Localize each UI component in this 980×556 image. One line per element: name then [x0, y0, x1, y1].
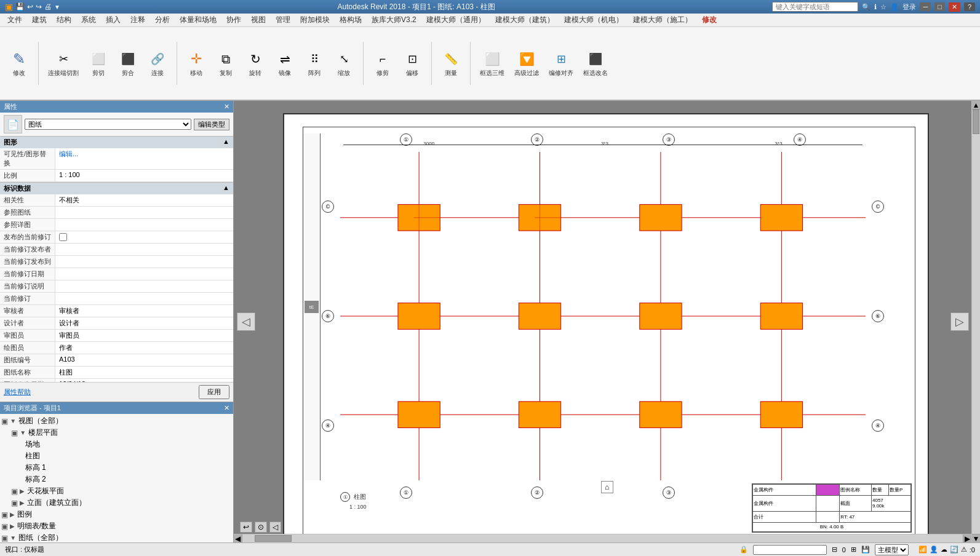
quick-print[interactable]: 🖨: [44, 2, 52, 11]
menu-annotate[interactable]: 注释: [125, 14, 150, 26]
login-label[interactable]: 登录: [902, 2, 916, 12]
advanced-filter-button[interactable]: 🔽 高级过滤: [510, 47, 543, 79]
frame-change-name-button[interactable]: ⬛ 框选改名: [579, 47, 612, 79]
nav-right-arrow[interactable]: ▷: [950, 312, 969, 331]
graphics-section-header[interactable]: 图形 ▲: [0, 136, 233, 148]
status-search-box[interactable]: [753, 545, 827, 555]
props-apply-button[interactable]: 应用: [199, 385, 229, 399]
tree-item-column-plan[interactable]: 柱图: [21, 450, 232, 462]
frame-3d-button[interactable]: ⬜ 框选三维: [476, 47, 509, 79]
tree-item-level2[interactable]: 标高 2: [21, 474, 232, 485]
prop-val-published-revision[interactable]: [55, 231, 233, 243]
identity-section-header[interactable]: 标识数据 ▲: [0, 182, 233, 194]
tree-item-ceiling[interactable]: ▣ ▶ 天花板平面: [11, 485, 232, 497]
prop-name-current-rev-publisher: 当前修订发布者: [0, 244, 55, 255]
quick-undo[interactable]: ↩: [27, 2, 33, 11]
home-icon[interactable]: ⌂: [601, 481, 613, 493]
menu-architecture[interactable]: 建筑: [27, 14, 52, 26]
status-model-dropdown[interactable]: 主模型: [875, 544, 909, 555]
tree-item-legend[interactable]: ▣ ▶ 图例: [1, 509, 232, 520]
view-ctrl-icon1[interactable]: ↩: [240, 522, 252, 533]
trim-button[interactable]: ⌐ 修剪: [368, 47, 397, 79]
menu-modeler-common[interactable]: 建模大师（通用）: [421, 14, 490, 26]
type-dropdown[interactable]: 图纸: [25, 119, 191, 130]
status-grid-icon[interactable]: ⊞: [851, 546, 856, 554]
properties-close-button[interactable]: ✕: [224, 103, 229, 111]
menu-addins[interactable]: 附加模块: [295, 14, 335, 26]
cut-button[interactable]: ⬜ 剪切: [84, 47, 113, 79]
search-icon[interactable]: 🔍: [862, 3, 870, 11]
close-button[interactable]: ✕: [949, 2, 960, 12]
mirror-button[interactable]: ⇌ 镜像: [271, 47, 299, 79]
menu-manage[interactable]: 管理: [271, 14, 295, 26]
nav-left-arrow[interactable]: ◁: [237, 312, 255, 331]
status-sync-icon[interactable]: 🔄: [950, 546, 958, 554]
prop-row-scale: 比例 1 : 100: [0, 170, 233, 182]
menu-modify[interactable]: 修改: [697, 14, 722, 26]
svg-rect-17: [640, 402, 682, 428]
tree-item-level1[interactable]: 标高 1: [21, 462, 232, 474]
right-scrollbar[interactable]: ▲ ▼: [971, 101, 980, 542]
status-warning-icon[interactable]: ⚠: [961, 546, 967, 554]
view-ctrl-icon2[interactable]: ⊙: [255, 522, 267, 533]
menu-systems[interactable]: 系统: [76, 14, 101, 26]
menu-structure[interactable]: 结构: [52, 14, 76, 26]
view-ctrl-icon3[interactable]: ◁: [269, 522, 281, 533]
menu-massing[interactable]: 体量和场地: [175, 14, 221, 26]
tree-item-sheets[interactable]: ▣ ▼ 图纸（全部）: [1, 532, 232, 542]
menu-lattice[interactable]: 格构场: [335, 14, 367, 26]
join-icon: ⬛: [118, 49, 138, 69]
scrollbar-h-thumb[interactable]: [255, 535, 292, 542]
array-button[interactable]: ⠿ 阵列: [300, 47, 329, 79]
status-filter-icon[interactable]: ⊟: [832, 546, 837, 554]
trim-icon: ⌐: [373, 49, 392, 69]
menu-insert[interactable]: 插入: [101, 14, 125, 26]
tree-item-site[interactable]: 场地: [21, 439, 232, 450]
join-button[interactable]: ⬛ 剪合: [114, 47, 142, 79]
scrollbar-thumb[interactable]: [973, 109, 979, 134]
connect-cut-button[interactable]: ✂ 连接端切割: [44, 47, 83, 79]
tree-item-schedule[interactable]: ▣ ▶ 明细表/数量: [1, 520, 232, 532]
tree-item-elevation[interactable]: ▣ ▶ 立面（建筑立面）: [11, 497, 232, 509]
tree-item-floor-plans-item[interactable]: ▣ ▼ 楼层平面: [11, 427, 232, 439]
prop-val-visibility[interactable]: 编辑...: [55, 148, 233, 169]
bottom-scrollbar[interactable]: ◀ ▶: [234, 534, 971, 542]
scrollbar-right-arrow[interactable]: ▶: [963, 534, 971, 542]
edit-type-button[interactable]: 编辑类型: [194, 119, 229, 130]
quick-save[interactable]: 💾: [15, 2, 25, 11]
scale-button[interactable]: ⤡ 缩放: [330, 47, 358, 79]
menu-collaborate[interactable]: 协作: [221, 14, 246, 26]
canvas-area[interactable]: ◁ ① ② ③ ④ 30003*33*3: [234, 101, 980, 542]
measure-button[interactable]: 📏 测量: [437, 47, 465, 79]
maximize-button[interactable]: □: [934, 2, 945, 11]
help-icon[interactable]: ?: [964, 2, 975, 11]
more-quick-tools[interactable]: ▼: [54, 4, 60, 10]
scrollbar-up-arrow[interactable]: ▲: [972, 101, 980, 109]
offset-button[interactable]: ⊡ 偏移: [398, 47, 426, 79]
status-save-icon[interactable]: 💾: [861, 546, 870, 554]
move-button[interactable]: ✛ 移动: [182, 47, 210, 79]
menu-view[interactable]: 视图: [246, 14, 271, 26]
copy-button[interactable]: ⧉ 复制: [212, 47, 240, 79]
modify-button[interactable]: ✎ 修改: [5, 47, 33, 79]
edit-align-button[interactable]: ⊞ 编修对齐: [544, 47, 578, 79]
search-input[interactable]: [772, 2, 858, 12]
scrollbar-down-arrow[interactable]: ▼: [972, 534, 980, 542]
star-icon[interactable]: ☆: [880, 3, 886, 11]
browser-close-button[interactable]: ✕: [224, 404, 229, 412]
status-lock-icon[interactable]: 🔒: [739, 546, 748, 554]
menu-file[interactable]: 文件: [2, 14, 27, 26]
props-help-link[interactable]: 属性帮助: [4, 387, 31, 397]
menu-modeler-construction[interactable]: 建模大师（施工）: [628, 14, 697, 26]
rotate-button[interactable]: ↻ 旋转: [241, 47, 269, 79]
connect-button[interactable]: 🔗 连接: [143, 47, 172, 79]
menu-modeler-arch[interactable]: 建模大师（建筑）: [490, 14, 559, 26]
published-revision-checkbox[interactable]: [59, 233, 67, 241]
tree-item-views[interactable]: ▣ ▼ 视图（全部）: [1, 415, 232, 427]
menu-analyze[interactable]: 分析: [150, 14, 175, 26]
quick-redo[interactable]: ↪: [36, 2, 42, 11]
menu-tribe-v3[interactable]: 族库大师V3.2: [367, 14, 421, 26]
menu-modeler-mep[interactable]: 建模大师（机电）: [559, 14, 628, 26]
minimize-button[interactable]: ─: [920, 2, 931, 11]
scrollbar-left-arrow[interactable]: ◀: [234, 534, 242, 542]
